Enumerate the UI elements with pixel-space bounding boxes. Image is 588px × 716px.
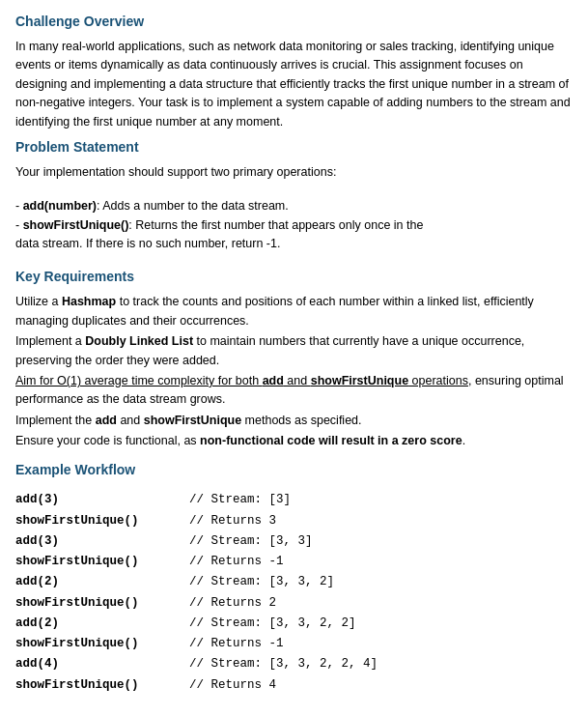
workflow-row: add(2)// Stream: [3, 3, 2, 2]	[15, 614, 573, 634]
workflow-comment: // Stream: [3, 3, 2, 2]	[189, 614, 356, 634]
workflow-section: Example Workflow add(3)// Stream: [3]sho…	[15, 460, 573, 696]
workflow-method: showFirstUnique()	[15, 675, 189, 696]
workflow-comment: // Stream: [3]	[189, 490, 291, 510]
workflow-comment: // Stream: [3, 3, 2, 2, 4]	[189, 654, 378, 674]
workflow-comment: // Stream: [3, 3, 2]	[189, 572, 334, 592]
challenge-title: Challenge Overview	[15, 12, 573, 32]
req-item-4: Implement the add and showFirstUnique me…	[15, 412, 573, 430]
spacer	[15, 187, 573, 197]
req-item-2: Implement a Doubly Linked List to mainta…	[15, 332, 573, 370]
workflow-row: add(3)// Stream: [3, 3]	[15, 531, 573, 552]
workflow-comment: // Returns -1	[189, 634, 284, 654]
problem-intro: Your implementation should support two p…	[15, 163, 573, 182]
problem-item-2: - showFirstUnique(): Returns the first n…	[15, 216, 573, 254]
workflow-row: showFirstUnique()// Returns 4	[15, 675, 573, 696]
workflow-comment: // Stream: [3, 3]	[189, 531, 313, 552]
workflow-row: showFirstUnique()// Returns -1	[15, 552, 573, 572]
workflow-comment: // Returns 2	[189, 593, 276, 614]
workflow-row: add(3)// Stream: [3]	[15, 490, 573, 510]
workflow-row: showFirstUnique()// Returns -1	[15, 634, 573, 654]
workflow-comment: // Returns -1	[189, 552, 284, 572]
req-item-5: Ensure your code is functional, as non-f…	[15, 432, 573, 450]
workflow-comment: // Returns 3	[189, 511, 276, 531]
workflow-table: add(3)// Stream: [3]showFirstUnique()// …	[15, 490, 573, 696]
problem-section: Problem Statement Your implementation sh…	[15, 137, 573, 254]
problem-item-1: - add(number): Adds a number to the data…	[15, 197, 573, 215]
workflow-row: add(4)// Stream: [3, 3, 2, 2, 4]	[15, 654, 573, 674]
workflow-method: add(2)	[15, 614, 189, 634]
workflow-comment: // Returns 4	[189, 675, 276, 696]
workflow-method: showFirstUnique()	[15, 593, 189, 614]
challenge-section: Challenge Overview In many real-world ap…	[15, 12, 573, 131]
workflow-method: add(4)	[15, 654, 189, 674]
workflow-method: showFirstUnique()	[15, 552, 189, 572]
problem-title: Problem Statement	[15, 137, 573, 158]
requirements-section: Key Requirements Utilize a Hashmap to tr…	[15, 267, 573, 450]
req-item-1: Utilize a Hashmap to track the counts an…	[15, 293, 573, 330]
workflow-row: add(2)// Stream: [3, 3, 2]	[15, 572, 573, 592]
workflow-row: showFirstUnique()// Returns 2	[15, 593, 573, 614]
workflow-title: Example Workflow	[15, 460, 573, 480]
req-item-3: Aim for O(1) average time complexity for…	[15, 372, 573, 410]
workflow-method: showFirstUnique()	[15, 511, 189, 531]
workflow-method: showFirstUnique()	[15, 634, 189, 654]
workflow-method: add(3)	[15, 531, 189, 552]
workflow-row: showFirstUnique()// Returns 3	[15, 511, 573, 531]
workflow-method: add(2)	[15, 572, 189, 592]
requirements-title: Key Requirements	[15, 267, 573, 287]
workflow-method: add(3)	[15, 490, 189, 510]
challenge-body: In many real-world applications, such as…	[15, 38, 573, 131]
